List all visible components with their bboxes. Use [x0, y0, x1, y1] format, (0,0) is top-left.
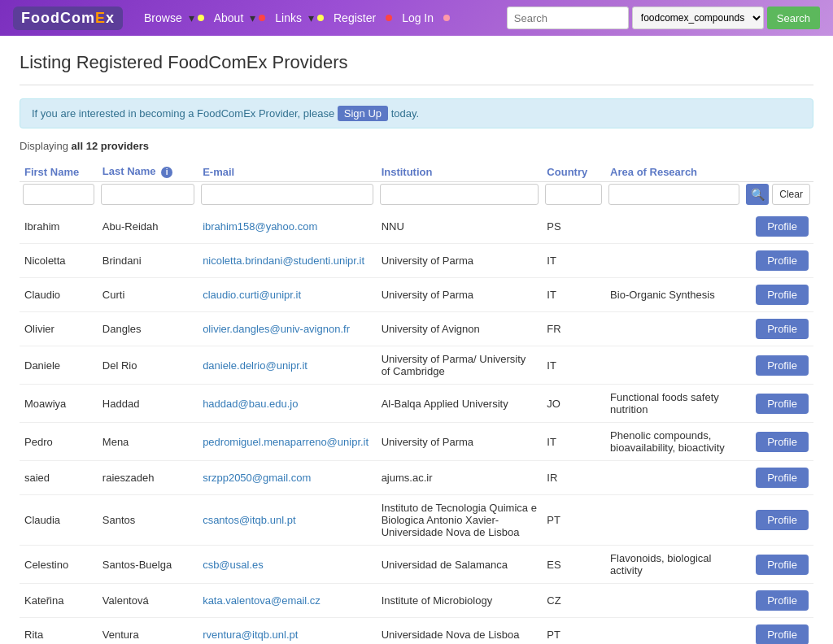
providers-table: First Name Last Name i E-mail Institutio…: [20, 160, 813, 644]
cell-action: Profile: [743, 210, 813, 244]
signup-link[interactable]: Sign Up: [338, 106, 388, 121]
profile-button[interactable]: Profile: [756, 432, 809, 452]
filter-lastname-input[interactable]: [101, 184, 194, 205]
table-row: CelestinoSantos-Buelgacsb@usal.esUnivers…: [20, 546, 813, 584]
search-button[interactable]: Search: [767, 7, 820, 29]
profile-button[interactable]: Profile: [756, 590, 809, 611]
profile-button[interactable]: Profile: [756, 285, 809, 305]
email-link[interactable]: olivier.dangles@univ-avignon.fr: [203, 323, 350, 335]
nav-item-about[interactable]: About ▾: [207, 8, 266, 28]
email-link[interactable]: claudio.curti@unipr.it: [203, 289, 301, 301]
lastname-info-icon[interactable]: i: [161, 167, 172, 178]
profile-button[interactable]: Profile: [756, 394, 809, 414]
col-header-institution: Institution: [377, 160, 543, 182]
cell-action: Profile: [743, 461, 813, 495]
profile-button[interactable]: Profile: [756, 468, 809, 488]
global-search: foodcomex_compounds Search: [507, 7, 820, 29]
display-count-bold: all 12 providers: [72, 140, 149, 152]
cell-firstname: Kateřina: [20, 584, 98, 618]
nav-item-login[interactable]: Log In: [395, 8, 450, 28]
cell-email: haddad@bau.edu.jo: [198, 385, 377, 423]
cell-institution: Al-Balqa Applied University: [377, 385, 543, 423]
filter-research-input[interactable]: [608, 184, 739, 205]
email-link[interactable]: ibrahim158@yahoo.com: [203, 220, 317, 233]
filter-row: 🔍 Clear: [20, 182, 813, 211]
cell-country: IT: [542, 346, 605, 385]
search-input[interactable]: [507, 7, 629, 29]
profile-button[interactable]: Profile: [756, 355, 809, 376]
email-link[interactable]: kata.valentova@email.cz: [203, 594, 321, 607]
email-link[interactable]: nicoletta.brindani@studenti.unipr.it: [203, 255, 364, 267]
cell-lastname: Valentová: [98, 584, 198, 618]
table-header-row: First Name Last Name i E-mail Institutio…: [20, 160, 813, 182]
cell-research: [605, 584, 743, 618]
profile-button[interactable]: Profile: [756, 319, 809, 339]
cell-research: [605, 495, 743, 546]
table-row: ClaudioCurticlaudio.curti@unipr.itUniver…: [20, 278, 813, 312]
nav-item-browse[interactable]: Browse ▾: [137, 8, 204, 28]
nav-link-browse[interactable]: Browse: [137, 8, 189, 28]
brand-logo[interactable]: FoodComEx: [13, 7, 123, 30]
filter-country-input[interactable]: [545, 184, 602, 205]
email-link[interactable]: pedromiguel.menaparreno@unipr.it: [203, 436, 369, 448]
filter-institution-input[interactable]: [380, 184, 539, 205]
profile-button[interactable]: Profile: [756, 216, 809, 237]
email-link[interactable]: haddad@bau.edu.jo: [203, 398, 298, 410]
nav-link-links[interactable]: Links: [268, 8, 308, 28]
cell-country: IT: [542, 244, 605, 278]
cell-firstname: Olivier: [20, 312, 98, 346]
cell-email: ibrahim158@yahoo.com: [198, 210, 377, 244]
profile-button[interactable]: Profile: [756, 510, 809, 530]
search-scope-select[interactable]: foodcomex_compounds: [632, 7, 764, 29]
nav-menu: Browse ▾ About ▾ Links ▾ Register Log In: [137, 8, 507, 28]
nav-link-login[interactable]: Log In: [395, 8, 440, 28]
cell-email: olivier.dangles@univ-avignon.fr: [198, 312, 377, 346]
filter-firstname-input[interactable]: [23, 184, 94, 205]
cell-country: JO: [542, 385, 605, 423]
email-link[interactable]: csantos@itqb.unl.pt: [203, 514, 295, 526]
cell-firstname: Celestino: [20, 546, 98, 584]
cell-institution: University of Parma: [377, 244, 543, 278]
cell-action: Profile: [743, 495, 813, 546]
nav-link-about[interactable]: About: [207, 8, 251, 28]
table-row: RitaVenturarventura@itqb.unl.ptUniversid…: [20, 618, 813, 645]
banner-text-suffix: today.: [391, 107, 419, 120]
cell-lastname: Mena: [98, 423, 198, 461]
cell-research: [605, 618, 743, 645]
cell-institution: Universidad de Salamanca: [377, 546, 543, 584]
email-link[interactable]: csb@usal.es: [203, 559, 264, 571]
profile-button[interactable]: Profile: [756, 250, 809, 271]
page-title: Listing Registered FoodComEx Providers: [20, 52, 813, 73]
cell-research: Functional foods safety nutrition: [605, 385, 743, 423]
filter-cell-email: [198, 182, 377, 211]
nav-link-register[interactable]: Register: [327, 8, 382, 28]
email-link[interactable]: daniele.delrio@unipr.it: [203, 359, 307, 372]
cell-firstname: Moawiya: [20, 385, 98, 423]
filter-email-input[interactable]: [201, 184, 373, 205]
email-link[interactable]: rventura@itqb.unl.pt: [203, 629, 298, 641]
nav-item-register[interactable]: Register: [327, 8, 392, 28]
cell-action: Profile: [743, 278, 813, 312]
main-content: Listing Registered FoodComEx Providers I…: [0, 36, 833, 644]
profile-button[interactable]: Profile: [756, 555, 809, 575]
cell-firstname: Nicoletta: [20, 244, 98, 278]
table-row: saiedraieszadehsrzpp2050@gmail.comajums.…: [20, 461, 813, 495]
cell-email: daniele.delrio@unipr.it: [198, 346, 377, 385]
cell-email: csantos@itqb.unl.pt: [198, 495, 377, 546]
table-row: KateřinaValentovákata.valentova@email.cz…: [20, 584, 813, 618]
cell-research: [605, 312, 743, 346]
nav-item-links[interactable]: Links ▾: [268, 8, 324, 28]
nav-dot-register: [386, 15, 392, 21]
cell-research: [605, 244, 743, 278]
cell-firstname: saied: [20, 461, 98, 495]
cell-country: ES: [542, 546, 605, 584]
cell-institution: NNU: [377, 210, 543, 244]
filter-clear-button[interactable]: Clear: [772, 184, 810, 205]
filter-cell-firstname: [20, 182, 98, 211]
profile-button[interactable]: Profile: [756, 624, 809, 644]
cell-lastname: raieszadeh: [98, 461, 198, 495]
email-link[interactable]: srzpp2050@gmail.com: [203, 472, 311, 484]
cell-email: rventura@itqb.unl.pt: [198, 618, 377, 645]
filter-search-button[interactable]: 🔍: [746, 184, 769, 205]
cell-institution: Institute of Microbiology: [377, 584, 543, 618]
